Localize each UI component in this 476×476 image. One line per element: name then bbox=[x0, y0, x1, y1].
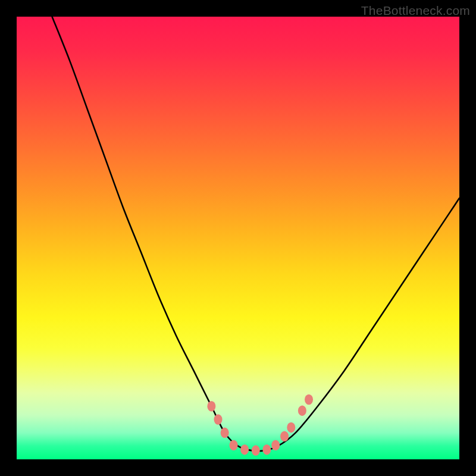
watermark-text: TheBottleneck.com bbox=[361, 4, 470, 18]
bottleneck-curve-path bbox=[52, 17, 459, 451]
sweet-spot-marker bbox=[280, 431, 289, 442]
sweet-spot-marker bbox=[240, 444, 249, 455]
sweet-spot-marker bbox=[287, 422, 295, 433]
sweet-spot-marker bbox=[252, 445, 260, 456]
sweet-spot-marker bbox=[221, 428, 229, 439]
sweet-spot-marker bbox=[207, 401, 215, 412]
sweet-spot-marker bbox=[214, 414, 223, 425]
chart-frame: TheBottleneck.com bbox=[0, 0, 476, 476]
sweet-spot-marker bbox=[298, 405, 306, 416]
sweet-spot-marker bbox=[230, 440, 238, 450]
sweet-spot-marker bbox=[271, 440, 280, 450]
bottleneck-curve bbox=[52, 17, 459, 451]
plot-area bbox=[17, 17, 459, 459]
sweet-spot-markers bbox=[207, 394, 313, 456]
curve-layer bbox=[17, 17, 459, 459]
sweet-spot-marker bbox=[262, 444, 271, 455]
sweet-spot-marker bbox=[305, 394, 313, 405]
